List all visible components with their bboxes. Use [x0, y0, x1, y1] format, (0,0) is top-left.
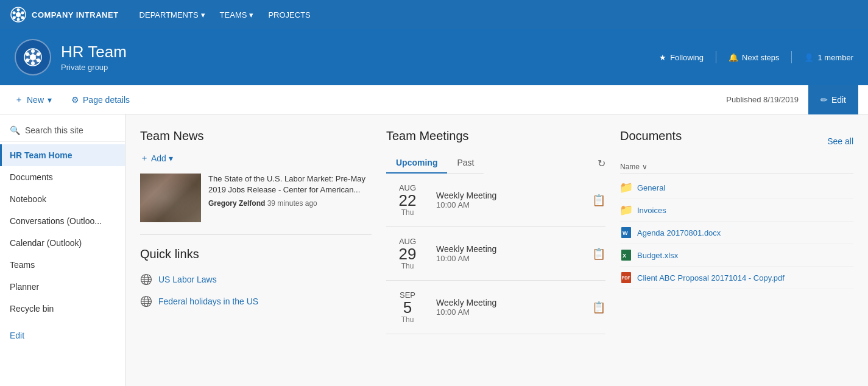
sidebar: 🔍 Search this site HR Team Home Document…: [0, 114, 125, 386]
sidebar-item-notebook[interactable]: Notebook: [0, 188, 125, 210]
doc-link-pdf[interactable]: Client ABC Proposal 20171014 - Copy.pdf: [637, 273, 785, 282]
toolbar-right: Published 8/19/2019 ✏ Edit: [726, 85, 858, 114]
docs-header: Documents See all: [620, 129, 853, 153]
site-info: HR Team Private group: [61, 43, 127, 72]
header-divider: [716, 51, 716, 63]
svg-point-7: [13, 12, 16, 15]
svg-line-12: [15, 16, 16, 18]
svg-line-10: [21, 16, 22, 18]
doc-link-budget[interactable]: Budget.xlsx: [637, 251, 678, 260]
top-nav: COMPANY INTRANET DEPARTMENTS ▾ TEAMS ▾ P…: [0, 0, 868, 29]
documents-title: Documents: [620, 129, 682, 143]
news-thumbnail[interactable]: [140, 174, 201, 222]
site-icon: [15, 39, 51, 75]
site-header-right: ★ Following 🔔 Next steps 👤 1 member: [659, 51, 853, 63]
sidebar-item-hr-team-home[interactable]: HR Team Home: [0, 144, 125, 166]
meeting-calendar-icon-2: 📋: [592, 247, 605, 261]
see-all-link[interactable]: See all: [827, 136, 853, 146]
search-box[interactable]: 🔍 Search this site: [0, 119, 125, 142]
news-divider: [140, 234, 372, 235]
svg-point-16: [31, 49, 35, 53]
svg-point-19: [31, 61, 35, 65]
doc-item-pdf[interactable]: PDF Client ABC Proposal 20171014 - Copy.…: [620, 267, 853, 289]
members-button[interactable]: 👤 1 member: [804, 53, 853, 62]
doc-item-agenda[interactable]: W Agenda 20170801.docx: [620, 222, 853, 244]
doc-link-general[interactable]: General: [637, 183, 665, 192]
svg-text:W: W: [623, 230, 628, 236]
quick-link-us-labor-laws[interactable]: US Labor Laws: [140, 268, 372, 290]
nextsteps-button[interactable]: 🔔 Next steps: [729, 53, 779, 62]
nav-departments[interactable]: DEPARTMENTS ▾: [133, 7, 211, 23]
sidebar-item-documents[interactable]: Documents: [0, 166, 125, 188]
following-button[interactable]: ★ Following: [659, 53, 704, 62]
sidebar-item-teams[interactable]: Teams: [0, 254, 125, 276]
meetings-tabs: Upcoming Past: [386, 153, 484, 174]
sidebar-item-recycle-bin[interactable]: Recycle bin: [0, 298, 125, 320]
tab-upcoming[interactable]: Upcoming: [386, 153, 447, 174]
new-button[interactable]: ＋ New ▾: [10, 92, 57, 108]
doc-item-invoices[interactable]: 📁 Invoices: [620, 199, 853, 222]
svg-point-1: [16, 12, 21, 17]
globe-icon-2: [140, 295, 152, 307]
page-details-button[interactable]: ⚙ Page details: [66, 93, 135, 107]
toolbar-left: ＋ New ▾ ⚙ Page details: [10, 92, 135, 108]
team-meetings-section: Team Meetings Upcoming Past ↻ Aug 22 Thu…: [386, 129, 605, 373]
quick-links-title: Quick links: [140, 247, 372, 261]
search-icon: 🔍: [10, 125, 20, 135]
quick-link-federal-holidays[interactable]: Federal holidays in the US: [140, 290, 372, 312]
site-title: HR Team: [61, 43, 127, 61]
doc-link-agenda[interactable]: Agenda 20170801.docx: [637, 228, 721, 237]
toolbar: ＋ New ▾ ⚙ Page details Published 8/19/20…: [0, 85, 868, 114]
meeting-details-2: Weekly Meeting 10:00 AM: [429, 244, 592, 263]
tab-past[interactable]: Past: [447, 153, 484, 174]
nav-teams[interactable]: TEAMS ▾: [214, 7, 260, 23]
news-add-button[interactable]: ＋ Add ▾: [140, 153, 173, 164]
news-item: The State of the U.S. Labor Market: Pre-…: [140, 174, 372, 222]
svg-point-2: [17, 9, 20, 12]
svg-point-6: [13, 16, 16, 19]
sidebar-item-calendar[interactable]: Calendar (Outlook): [0, 232, 125, 254]
meeting-details-3: Weekly Meeting 10:00 AM: [429, 298, 592, 317]
excel-icon-budget: X: [620, 249, 632, 261]
brand-logo[interactable]: COMPANY INTRANET: [10, 6, 119, 23]
folder-icon-invoices: 📁: [620, 204, 632, 216]
sidebar-edit-link[interactable]: Edit: [0, 325, 125, 346]
svg-point-18: [37, 58, 40, 62]
meeting-details-1: Weekly Meeting 10:00 AM: [429, 191, 592, 209]
documents-section: Documents See all Name ∨ 📁 General 📁 Inv…: [620, 129, 853, 373]
meetings-refresh-button[interactable]: ↻: [598, 158, 605, 169]
doc-link-invoices[interactable]: Invoices: [637, 206, 666, 215]
meeting-item-2: Aug 29 Thu Weekly Meeting 10:00 AM 📋: [386, 227, 605, 281]
svg-point-4: [21, 16, 24, 19]
meeting-date-2: Aug 29 Thu: [386, 237, 429, 270]
news-author: Gregory Zelfond: [208, 199, 265, 208]
team-meetings-title: Team Meetings: [386, 129, 605, 143]
header-divider-2: [791, 51, 792, 63]
sidebar-item-planner[interactable]: Planner: [0, 276, 125, 298]
svg-point-3: [21, 12, 24, 15]
nav-projects[interactable]: PROJECTS: [262, 7, 316, 23]
svg-point-21: [26, 52, 29, 56]
meeting-date-3: Sep 5 Thu: [386, 290, 429, 324]
site-header-left: HR Team Private group: [15, 39, 127, 75]
news-headline[interactable]: The State of the U.S. Labor Market: Pre-…: [208, 174, 372, 195]
svg-point-20: [26, 58, 29, 62]
svg-point-17: [37, 52, 40, 56]
meeting-calendar-icon-3: 📋: [592, 301, 605, 314]
main-layout: 🔍 Search this site HR Team Home Document…: [0, 114, 868, 386]
meeting-item-1: Aug 22 Thu Weekly Meeting 10:00 AM 📋: [386, 174, 605, 227]
published-date: Published 8/19/2019: [726, 95, 799, 104]
sidebar-item-conversations[interactable]: Conversations (Outloo...: [0, 210, 125, 232]
docs-name-header: Name ∨: [620, 160, 853, 174]
edit-button[interactable]: ✏ Edit: [808, 85, 858, 114]
top-nav-links: DEPARTMENTS ▾ TEAMS ▾ PROJECTS: [133, 7, 317, 23]
site-header: HR Team Private group ★ Following 🔔 Next…: [0, 29, 868, 85]
news-meta: Gregory Zelfond 39 minutes ago: [208, 199, 372, 208]
doc-item-general[interactable]: 📁 General: [620, 177, 853, 199]
meeting-calendar-icon-1: 📋: [592, 194, 605, 207]
pdf-icon-proposal: PDF: [620, 272, 632, 284]
meeting-item-3: Sep 5 Thu Weekly Meeting 10:00 AM 📋: [386, 281, 605, 334]
svg-point-15: [30, 54, 36, 60]
team-news-title: Team News: [140, 129, 372, 143]
doc-item-budget[interactable]: X Budget.xlsx: [620, 244, 853, 267]
